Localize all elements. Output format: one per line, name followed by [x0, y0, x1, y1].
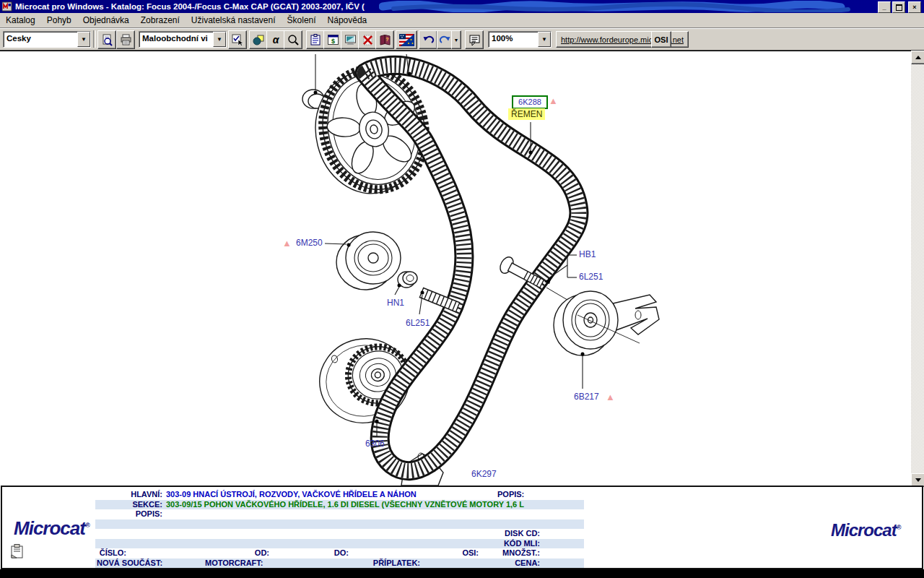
- part-label-HB1[interactable]: HB1: [579, 249, 596, 259]
- sekce-label: SEKCE:: [95, 500, 162, 509]
- part-label-6M250[interactable]: 6M250: [296, 238, 323, 248]
- shapes-icon: [253, 34, 265, 46]
- monitor-icon: [344, 34, 357, 46]
- notes-clipboard-icon[interactable]: [9, 543, 25, 561]
- book-icon: ?: [379, 34, 391, 46]
- flag-icon: [399, 34, 414, 46]
- window-title: Microcat pro Windows - Katalog: Focus 20…: [15, 2, 365, 11]
- hlavni-label: HLAVNÍ:: [95, 490, 162, 499]
- tensioner-pulley: [554, 291, 659, 355]
- zoom-level-select[interactable]: 100% ▼: [488, 31, 552, 48]
- row-band: [95, 519, 584, 529]
- menu-uzivatelska-nastaveni[interactable]: Uživatelská nastavení: [186, 14, 282, 27]
- disk-cd-label: DISK CD:: [435, 529, 540, 538]
- priplatek-label: PŘÍPLATEK:: [347, 558, 420, 568]
- print-preview-button[interactable]: [97, 30, 116, 49]
- warning-triangle-icon: ▲: [549, 96, 558, 105]
- part-label-6L251-right[interactable]: 6L251: [579, 272, 603, 282]
- alpha-index-button[interactable]: α: [266, 30, 285, 49]
- clipboard-list-button[interactable]: [306, 30, 325, 49]
- arrow-up-icon: [915, 56, 921, 59]
- close-button[interactable]: ×: [908, 1, 921, 13]
- redo-dropdown-button[interactable]: ▼: [451, 30, 461, 49]
- menu-objednavka[interactable]: Objednávka: [77, 14, 135, 27]
- comment-bubble-icon: [468, 34, 481, 46]
- window-bottom-edge: [0, 569, 924, 578]
- menu-zobrazeni[interactable]: Zobrazení: [135, 14, 186, 27]
- title-bar[interactable]: Microcat pro Windows - Katalog: Focus 20…: [0, 0, 924, 13]
- warning-triangle-icon: ▲: [606, 392, 615, 402]
- part-label-6306[interactable]: 6306: [365, 439, 385, 449]
- redo-button[interactable]: [437, 30, 453, 49]
- menu-skoleni[interactable]: Školení: [282, 14, 322, 27]
- redo-icon: [439, 34, 451, 46]
- zoom-tool-button[interactable]: [284, 30, 302, 49]
- part-info-panel: HLAVNÍ: 303-09 HNACÍ ÚSTROJÍ, ROZVODY, V…: [1, 486, 923, 569]
- menu-katalog[interactable]: Katalog: [0, 14, 41, 27]
- print-button[interactable]: [116, 30, 135, 49]
- part-label-6K297[interactable]: 6K297: [471, 469, 497, 479]
- mnozst-label: MNOŽST.:: [481, 548, 540, 558]
- vertical-scrollbar[interactable]: [911, 51, 924, 486]
- cislo-label: ČÍSLO:: [60, 548, 126, 558]
- part-label-HN1[interactable]: HN1: [387, 298, 404, 308]
- menu-pohyb[interactable]: Pohyb: [41, 14, 77, 27]
- alpha-icon: α: [273, 34, 279, 46]
- shapes-button[interactable]: [249, 30, 268, 49]
- chevron-down-icon[interactable]: ▼: [77, 32, 90, 47]
- minimize-button[interactable]: _: [878, 1, 891, 13]
- application-window: Microcat pro Windows - Katalog: Focus 20…: [0, 0, 924, 578]
- part-label-6K288[interactable]: 6K288: [512, 95, 548, 109]
- restore-icon: [896, 4, 902, 11]
- parts-diagram-canvas[interactable]: 6K288 ▲ ŘEMEN ▲ 6M250 HN1 6L251 HB1 6L25…: [0, 51, 911, 486]
- microcat-logo-right: Microcat®: [831, 520, 901, 540]
- sekce-value[interactable]: 303-09/15 POHON VAČKOVÉHO HŘÍDELE, 1.6 D…: [166, 500, 524, 509]
- clipboard-icon: [310, 34, 322, 46]
- restore-button[interactable]: [892, 1, 905, 13]
- microcat-logo-left: Microcat®: [14, 517, 90, 540]
- cena-label: CENA:: [481, 558, 540, 568]
- menu-napoveda[interactable]: Nápověda: [322, 14, 373, 27]
- app-icon: [2, 1, 12, 12]
- hlavni-value[interactable]: 303-09 HNACÍ ÚSTROJÍ, ROZVODY, VAČKOVÉ H…: [166, 490, 417, 499]
- part-label-remen[interactable]: ŘEMEN: [508, 108, 545, 120]
- help-book-button[interactable]: ?: [375, 30, 394, 49]
- pointer-select-button[interactable]: [228, 30, 247, 49]
- delete-red-x-button[interactable]: [358, 30, 377, 49]
- scroll-up-button[interactable]: [911, 51, 924, 64]
- part-label-6B217[interactable]: 6B217: [574, 392, 599, 402]
- price-window-button[interactable]: $: [323, 30, 342, 49]
- menu-bar: Katalog Pohyb Objednávka Zobrazení Uživa…: [0, 13, 924, 28]
- toolbar: Cesky ▼ Maloobchodní vi ▼: [0, 28, 924, 51]
- svg-text:?: ?: [385, 37, 388, 42]
- pointer-select-icon: [232, 34, 244, 46]
- red-x-icon: [362, 34, 374, 46]
- warning-triangle-icon: ▲: [282, 238, 292, 248]
- idler-pulley: [336, 232, 401, 290]
- language-flag-button[interactable]: [396, 30, 417, 49]
- popis-right-label: POPIS:: [497, 490, 524, 499]
- undo-icon: [422, 34, 435, 46]
- magnifier-icon: [287, 34, 300, 46]
- undo-button[interactable]: [419, 30, 437, 49]
- svg-text:$: $: [331, 38, 334, 45]
- osi-button[interactable]: OSI: [651, 31, 671, 48]
- note-comment-button[interactable]: [465, 30, 484, 49]
- timing-belt-diagram: [0, 51, 911, 486]
- redaction-scribble: [379, 1, 855, 12]
- view-select[interactable]: Maloobchodní vi ▼: [139, 31, 227, 48]
- part-label-6L251-left[interactable]: 6L251: [406, 318, 430, 328]
- chevron-down-icon[interactable]: ▼: [213, 32, 226, 47]
- popis-label: POPIS:: [95, 509, 162, 519]
- nova-soucast-label: NOVÁ SOUČÁST:: [97, 558, 162, 568]
- toolbar-separator: [93, 30, 96, 48]
- od-label: OD:: [212, 548, 269, 558]
- arrow-down-icon: [915, 478, 921, 482]
- language-select[interactable]: Cesky ▼: [3, 31, 91, 48]
- chevron-down-icon[interactable]: ▼: [538, 32, 551, 47]
- motorcraft-label: MOTORCRAFT:: [205, 558, 263, 568]
- kod-mli-label: KÓD MLI:: [435, 539, 540, 548]
- chevron-down-icon: ▼: [454, 38, 459, 43]
- screen-view-button[interactable]: [341, 30, 359, 49]
- dollar-window-icon: $: [327, 34, 339, 46]
